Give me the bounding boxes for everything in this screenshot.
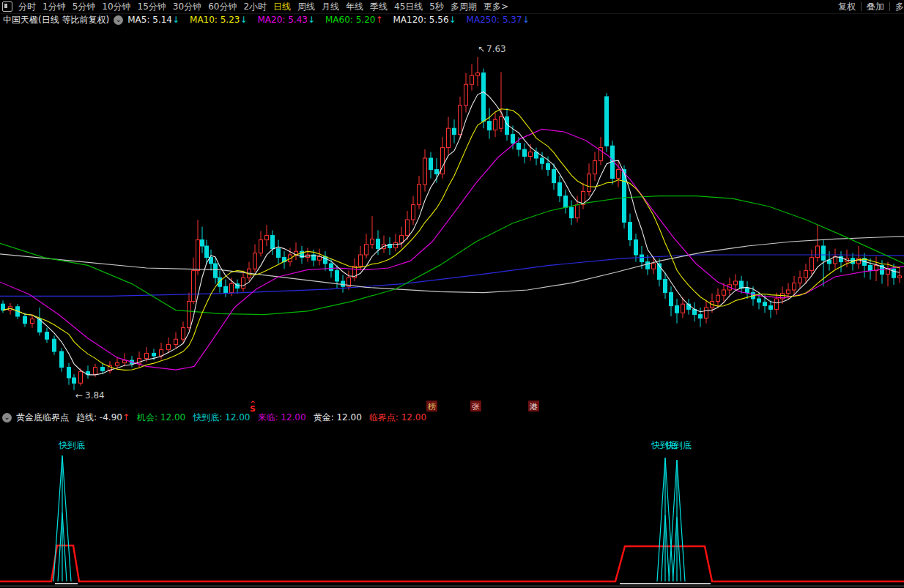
period-item-1[interactable]: 分时 xyxy=(18,1,36,12)
high-annotation: ↖7.63 xyxy=(478,44,506,54)
spike-2 xyxy=(657,458,673,581)
spike-label: 快到底 xyxy=(664,440,692,450)
trend-arrow-icon: ↓ xyxy=(449,15,456,25)
svg-text:S: S xyxy=(250,404,256,412)
toolbar-separator xyxy=(861,2,862,11)
trend-arrow-icon: ↓ xyxy=(172,15,179,25)
period-item-16[interactable]: 多周期 xyxy=(451,1,477,12)
period-toolbar: 分时1分钟5分钟10分钟15分钟30分钟60分钟2小时日线周线月线年线季线45日… xyxy=(0,0,904,14)
indicator-field-4: 来临: 12.00 xyxy=(257,412,305,423)
ma-value-ma120: MA120: 5.56↓ xyxy=(393,15,456,25)
period-item-6[interactable]: 30分钟 xyxy=(173,1,201,12)
trend-arrow-icon: ↑ xyxy=(122,412,130,423)
ma-value-ma10: MA10: 5.23↓ xyxy=(190,15,247,25)
indicator-field-3: 快到底: 12.00 xyxy=(193,412,250,423)
ma-line-ma20 xyxy=(0,129,904,370)
event-marker-张[interactable]: 张 xyxy=(470,401,481,412)
period-item-9[interactable]: 日线 xyxy=(273,1,291,12)
low-annotation: ←3.84 xyxy=(75,390,105,401)
title-bar: 中国天楹(日线 等比前复权) ⌄ MA5: 5.14↓MA10: 5.23↓MA… xyxy=(0,13,904,26)
period-item-3[interactable]: 5分钟 xyxy=(73,1,96,12)
toolbar-right-item-1[interactable]: 复权 xyxy=(838,1,856,13)
ma-value-ma250: MA250: 5.37↓ xyxy=(467,15,530,25)
trend-arrow-icon: ↑ xyxy=(375,15,382,25)
ma-value-ma60: MA60: 5.20↑ xyxy=(325,15,382,25)
period-item-10[interactable]: 周线 xyxy=(297,1,315,12)
ma-line-ma120 xyxy=(0,237,904,293)
period-item-15[interactable]: 5秒 xyxy=(429,1,444,12)
period-item-7[interactable]: 60分钟 xyxy=(208,1,237,12)
spike-1 xyxy=(53,455,71,581)
trend-arrow-icon: ↓ xyxy=(240,15,247,25)
trend-arrow-icon: ↓ xyxy=(308,15,315,25)
stock-title: 中国天楹(日线 等比前复权) xyxy=(3,14,109,26)
ma-line-ma250 xyxy=(0,255,904,296)
ma-line-ma5 xyxy=(3,92,900,375)
toolbar-separator xyxy=(889,2,890,11)
period-item-2[interactable]: 1分钟 xyxy=(42,1,66,12)
chevron-down-circle-icon[interactable]: ⌄ xyxy=(2,413,12,423)
toolbar-right-item-2[interactable]: 叠加 xyxy=(867,1,884,13)
trend-arrow-icon: ↓ xyxy=(522,15,530,25)
svg-text:7.63: 7.63 xyxy=(486,44,506,54)
chevron-down-circle-icon[interactable]: ⌄ xyxy=(114,15,123,25)
period-item-17[interactable]: 更多> xyxy=(484,1,508,12)
toolbar-right-group: 复权叠加多 xyxy=(838,0,904,13)
signal-line xyxy=(0,546,904,581)
indicator-field-2: 机会: 12.00 xyxy=(137,412,185,423)
toolbar-right-item-3[interactable]: 多 xyxy=(895,1,904,13)
spike-label: 快到底 xyxy=(58,440,85,450)
period-item-11[interactable]: 月线 xyxy=(322,1,339,12)
period-item-14[interactable]: 45日线 xyxy=(394,1,423,12)
indicator-fields-group: 趋线: -4.90↑机会: 12.00快到底: 12.00来临: 12.00黄金… xyxy=(76,412,434,424)
period-item-4[interactable]: 10分钟 xyxy=(102,1,130,12)
spike-3 xyxy=(669,460,685,581)
event-marker-榜[interactable]: 榜 xyxy=(426,401,437,412)
period-items: 分时1分钟5分钟10分钟15分钟30分钟60分钟2小时日线周线月线年线季线45日… xyxy=(18,1,515,13)
ma-value-ma20: MA20: 5.43↓ xyxy=(258,15,315,25)
window-bottom-edge xyxy=(0,586,904,587)
indicator-field-5: 黄金: 12.00 xyxy=(314,412,362,423)
indicator-bar: ⌄ 黄金底临界点 趋线: -4.90↑机会: 12.00快到底: 12.00来临… xyxy=(0,412,904,423)
ma-values-group: MA5: 5.14↓MA10: 5.23↓MA20: 5.43↓MA60: 5.… xyxy=(127,15,540,25)
svg-text:港: 港 xyxy=(530,402,538,412)
ma-value-ma5: MA5: 5.14↓ xyxy=(127,15,179,25)
candles-layer xyxy=(1,57,902,390)
indicator-title: 黄金底临界点 xyxy=(16,412,69,424)
ma-line-ma10 xyxy=(3,109,900,371)
main-chart-canvas[interactable]: ↖7.63←3.84榜张港^S xyxy=(0,26,904,412)
dividend-marker[interactable]: ^S xyxy=(250,400,256,412)
period-item-12[interactable]: 年线 xyxy=(346,1,363,12)
panel-toggle-icon[interactable] xyxy=(2,1,12,12)
period-item-5[interactable]: 15分钟 xyxy=(138,1,166,12)
svg-text:榜: 榜 xyxy=(428,402,436,412)
svg-text:3.84: 3.84 xyxy=(85,390,105,401)
svg-text:←: ← xyxy=(75,390,83,401)
indicator-panel-canvas[interactable]: 快到底快到底快到底 xyxy=(0,423,904,588)
indicator-field-1: 趋线: -4.90↑ xyxy=(76,412,130,423)
period-item-13[interactable]: 季线 xyxy=(370,1,388,12)
period-item-8[interactable]: 2小时 xyxy=(243,1,267,12)
event-marker-港[interactable]: 港 xyxy=(528,401,539,412)
svg-text:↖: ↖ xyxy=(478,44,485,54)
svg-text:张: 张 xyxy=(472,402,480,412)
indicator-field-6: 临界点: 12.00 xyxy=(369,412,426,423)
